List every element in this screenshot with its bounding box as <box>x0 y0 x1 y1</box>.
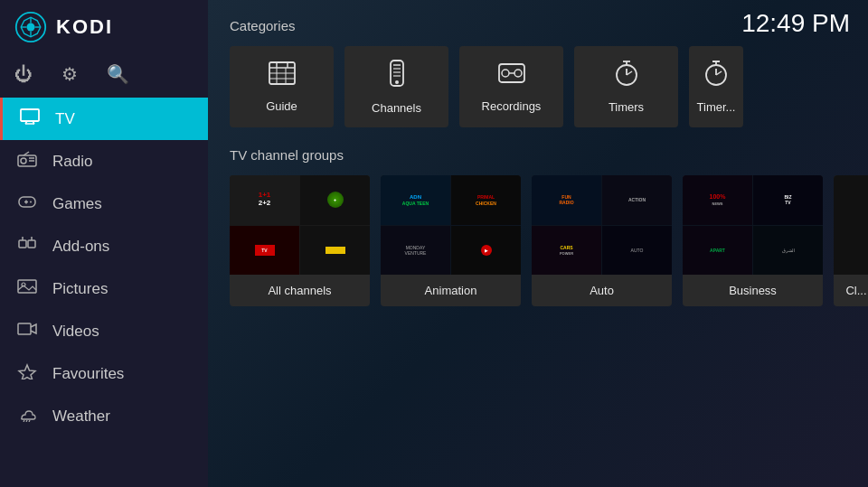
sidebar-item-weather-label: Weather <box>52 407 110 426</box>
sidebar-toolbar: ⏻ ⚙ 🔍 <box>0 54 208 94</box>
settings-button[interactable]: ⚙ <box>61 63 78 85</box>
business-thumb: 100%NEWS BIZTV APART الشرق <box>683 175 823 275</box>
thumb-cell-1: 1+12+2 <box>230 175 299 225</box>
biz-cell-3: APART <box>683 226 752 276</box>
favourites-icon <box>16 363 38 384</box>
biz-cell-2: BIZTV <box>753 175 823 225</box>
animation-label: Animation <box>381 275 521 306</box>
category-channels[interactable]: Channels <box>344 46 448 127</box>
sidebar-header: KODI <box>0 0 208 54</box>
biz-cell-4: الشرق <box>753 226 823 276</box>
games-icon <box>16 193 38 214</box>
svg-point-19 <box>30 201 32 203</box>
svg-rect-21 <box>28 240 35 248</box>
group-auto[interactable]: FUNRADIO ACTION CARSPOWER AUTO Auto <box>532 175 672 306</box>
recordings-label: Recordings <box>482 99 542 113</box>
pictures-icon <box>16 278 38 299</box>
svg-line-29 <box>26 420 27 422</box>
anim-cell-2: PRIMAL CHICKEN <box>451 175 521 225</box>
channel-groups-grid: 1+12+2 + TV All channels <box>230 175 846 306</box>
svg-line-28 <box>24 420 24 422</box>
kodi-logo-icon <box>14 11 47 43</box>
auto-cell-3: CARSPOWER <box>532 226 601 276</box>
svg-line-57 <box>716 71 722 75</box>
auto-cell-1: FUNRADIO <box>532 175 601 225</box>
search-button[interactable]: 🔍 <box>107 63 129 85</box>
svg-line-52 <box>627 71 632 75</box>
weather-icon <box>16 406 38 426</box>
category-timers2[interactable]: Timer... <box>689 46 743 127</box>
svg-line-30 <box>29 420 30 422</box>
animation-thumb: ADN AQUA TEEN PRIMAL CHICKEN MONDAYVENTU… <box>381 175 521 275</box>
svg-point-12 <box>21 158 26 164</box>
sidebar-item-favourites[interactable]: Favourites <box>0 352 208 395</box>
group-animation[interactable]: ADN AQUA TEEN PRIMAL CHICKEN MONDAYVENTU… <box>381 175 521 306</box>
category-timers[interactable]: Timers <box>574 46 678 127</box>
main-content: 12:49 PM Categories Guide <box>208 0 868 487</box>
timers-label: Timers <box>609 100 644 114</box>
business-label: Business <box>683 275 823 306</box>
partial-label: Cl... <box>834 275 868 306</box>
sidebar-item-addons-label: Add-ons <box>52 238 109 256</box>
partial-thumb <box>834 175 868 275</box>
sidebar-item-weather[interactable]: Weather <box>0 395 208 437</box>
svg-point-46 <box>502 70 509 77</box>
guide-label: Guide <box>266 99 297 113</box>
category-recordings[interactable]: Recordings <box>459 46 563 127</box>
auto-cell-4: AUTO <box>602 226 672 276</box>
sidebar-item-pictures-label: Pictures <box>52 280 108 298</box>
radio-icon <box>16 151 38 172</box>
group-business[interactable]: 100%NEWS BIZTV APART الشرق Business <box>683 175 823 306</box>
group-partial[interactable]: Cl... <box>834 175 868 306</box>
power-button[interactable]: ⏻ <box>14 64 33 85</box>
sidebar-item-addons[interactable]: Add-ons <box>0 225 208 267</box>
sidebar-item-radio[interactable]: Radio <box>0 140 208 183</box>
tv-icon <box>19 108 41 129</box>
sidebar-item-games-label: Games <box>52 195 102 213</box>
anim-cell-3: MONDAYVENTURE <box>381 226 450 276</box>
guide-icon <box>268 61 297 92</box>
all-channels-label: All channels <box>230 275 370 306</box>
svg-point-2 <box>27 23 35 32</box>
svg-point-40 <box>395 80 399 84</box>
svg-rect-26 <box>18 323 31 334</box>
videos-icon <box>16 321 38 342</box>
addons-icon <box>16 236 38 257</box>
categories-grid: Guide Channels <box>230 46 846 127</box>
svg-rect-7 <box>21 109 39 121</box>
recordings-icon <box>497 61 526 92</box>
svg-point-47 <box>514 70 522 77</box>
anim-cell-1: ADN AQUA TEEN <box>381 175 450 225</box>
sidebar-nav: TV Radio <box>0 98 208 437</box>
timers2-label: Timer... <box>697 100 736 114</box>
thumb-cell-3: TV <box>230 226 299 276</box>
svg-rect-24 <box>18 280 36 293</box>
thumb-cell-4 <box>300 226 370 276</box>
svg-rect-20 <box>19 240 26 248</box>
thumb-cell-2: + <box>300 175 370 225</box>
app-title: KODI <box>56 15 113 39</box>
channel-groups-section-title: TV channel groups <box>230 147 846 163</box>
sidebar-item-videos-label: Videos <box>52 323 99 341</box>
sidebar-item-games[interactable]: Games <box>0 183 208 225</box>
biz-cell-1: 100%NEWS <box>683 175 752 225</box>
sidebar-item-videos[interactable]: Videos <box>0 310 208 352</box>
anim-cell-4: ▶ <box>451 226 521 276</box>
auto-cell-2: ACTION <box>602 175 672 225</box>
sidebar-item-tv-label: TV <box>55 110 75 128</box>
all-channels-thumb: 1+12+2 + TV <box>230 175 370 275</box>
channels-icon <box>384 59 410 94</box>
sidebar-item-radio-label: Radio <box>52 153 92 171</box>
sidebar-item-pictures[interactable]: Pictures <box>0 267 208 310</box>
category-guide[interactable]: Guide <box>230 46 334 127</box>
auto-thumb: FUNRADIO ACTION CARSPOWER AUTO <box>532 175 672 275</box>
auto-label: Auto <box>532 275 672 306</box>
sidebar: KODI ⏻ ⚙ 🔍 TV <box>0 0 208 487</box>
timers-icon <box>613 60 640 93</box>
clock-display: 12:49 PM <box>741 9 850 38</box>
sidebar-item-favourites-label: Favourites <box>52 365 124 383</box>
channels-label: Channels <box>372 101 421 115</box>
svg-marker-27 <box>19 365 35 379</box>
group-all-channels[interactable]: 1+12+2 + TV All channels <box>230 175 370 306</box>
sidebar-item-tv[interactable]: TV <box>0 98 208 140</box>
